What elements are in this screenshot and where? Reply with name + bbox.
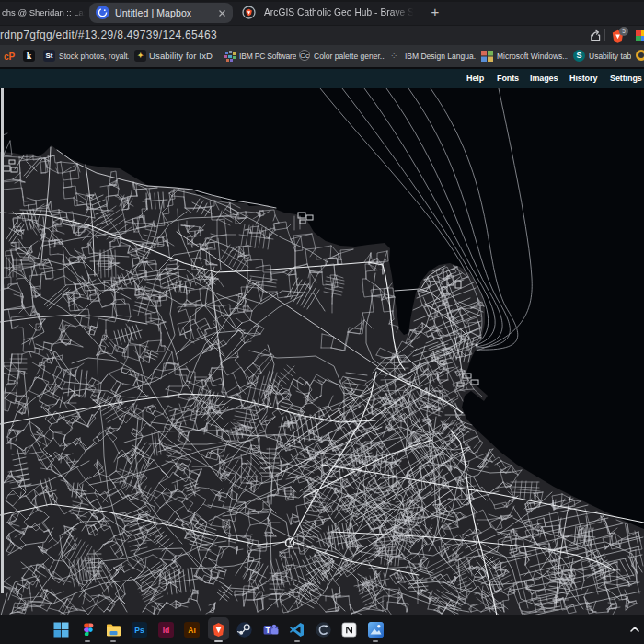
svg-text:Ai: Ai bbox=[188, 626, 196, 635]
svg-text:T: T bbox=[265, 626, 270, 635]
svg-text:Ps: Ps bbox=[134, 626, 144, 635]
svg-text:Id: Id bbox=[162, 626, 169, 635]
